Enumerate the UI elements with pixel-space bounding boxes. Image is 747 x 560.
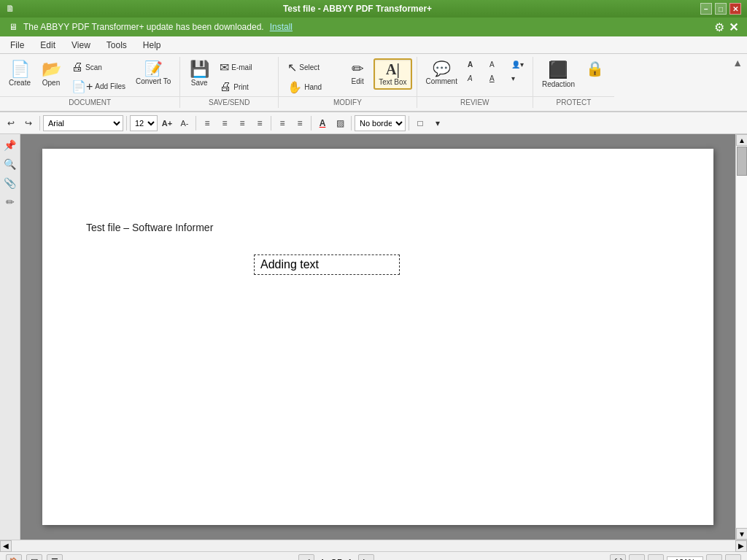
scan-addfiles-group: 🖨 Scan 📄+ Add Files bbox=[67, 58, 130, 96]
list-ordered-button[interactable]: ≡ bbox=[292, 115, 308, 131]
edit-side-button[interactable]: ✏ bbox=[2, 194, 18, 210]
monitor-icon: 🖥 bbox=[9, 22, 18, 32]
prev-page-button[interactable]: ◀ bbox=[298, 554, 314, 561]
border-select[interactable]: No border bbox=[355, 115, 406, 131]
save-icon: 💾 bbox=[190, 61, 209, 77]
menu-help[interactable]: Help bbox=[136, 39, 169, 52]
select-icon: ↖ bbox=[287, 61, 297, 74]
redaction-icon: ⬛ bbox=[549, 61, 567, 79]
comment-button[interactable]: 💬 Comment bbox=[422, 58, 462, 88]
email-button[interactable]: ✉ E-mail bbox=[215, 58, 274, 77]
divider5 bbox=[311, 116, 311, 131]
redo-button[interactable]: ↪ bbox=[20, 115, 36, 131]
ribbon-collapse-button[interactable]: ▲ bbox=[732, 57, 743, 69]
scan-icon: 🖨 bbox=[71, 61, 83, 74]
horizontal-scrollbar[interactable]: ◀ ▶ bbox=[0, 540, 747, 551]
add-files-icon: 📄+ bbox=[71, 79, 93, 93]
review-font-a2-button[interactable]: A bbox=[485, 58, 506, 71]
ribbon-group-document: 📄 Create 📂 Open 🖨 Scan 📄+ Add Files 📝 bbox=[0, 57, 180, 108]
fit-height-button[interactable]: ↕ bbox=[648, 554, 664, 561]
review-group-label: REVIEW bbox=[417, 96, 533, 106]
divider4 bbox=[271, 116, 271, 131]
menu-file[interactable]: File bbox=[3, 39, 31, 52]
border-dropdown-button[interactable]: ▾ bbox=[430, 115, 446, 131]
search-button[interactable]: 🔍 bbox=[2, 156, 18, 172]
hand-button[interactable]: ✋ Hand bbox=[283, 78, 341, 96]
divider1 bbox=[39, 116, 40, 131]
menu-tools[interactable]: Tools bbox=[99, 39, 134, 52]
text-box-input[interactable]: Adding text bbox=[254, 254, 400, 275]
scroll-up-arrow[interactable]: ▲ bbox=[736, 134, 747, 146]
review-font-a3-button[interactable]: A bbox=[463, 72, 484, 85]
text-box-icon: A| bbox=[386, 62, 400, 77]
align-right-button[interactable]: ≡ bbox=[234, 115, 250, 131]
fit-width-button[interactable]: ↔ bbox=[629, 554, 645, 561]
review-font-a4-button[interactable]: A bbox=[485, 72, 506, 85]
document-area[interactable]: Test file – Software Informer Adding tex… bbox=[20, 134, 735, 540]
font-family-select[interactable]: Arial bbox=[43, 115, 123, 131]
text-box-button[interactable]: A| Text Box bbox=[374, 58, 411, 90]
menu-view[interactable]: View bbox=[64, 39, 98, 52]
scroll-down-arrow[interactable]: ▼ bbox=[736, 528, 747, 540]
scan-button[interactable]: 🖨 Scan bbox=[67, 58, 130, 76]
update-controls: ⚙ ✕ bbox=[714, 20, 738, 34]
window-controls: − □ ✕ bbox=[700, 3, 741, 15]
status-list-button[interactable]: ☰ bbox=[47, 554, 63, 561]
highlight-button[interactable]: ▨ bbox=[332, 115, 348, 131]
close-button[interactable]: ✕ bbox=[729, 3, 741, 15]
zoom-out-button[interactable]: − bbox=[706, 554, 722, 561]
save-button[interactable]: 💾 Save bbox=[185, 58, 214, 90]
scroll-left-arrow[interactable]: ◀ bbox=[0, 540, 12, 552]
convert-to-button[interactable]: 📝 Convert To bbox=[131, 58, 175, 88]
minimize-button[interactable]: − bbox=[700, 3, 712, 15]
bookmark-button[interactable]: 📌 bbox=[2, 137, 18, 153]
lock-button[interactable]: 🔒 bbox=[581, 58, 610, 80]
align-center-button[interactable]: ≡ bbox=[217, 115, 233, 131]
select-button[interactable]: ↖ Select bbox=[283, 58, 341, 77]
settings-icon[interactable]: ⚙ bbox=[714, 20, 724, 34]
undo-button[interactable]: ↩ bbox=[3, 115, 19, 131]
attachment-button[interactable]: 📎 bbox=[2, 175, 18, 191]
align-left-button[interactable]: ≡ bbox=[199, 115, 215, 131]
document-page: Test file – Software Informer Adding tex… bbox=[42, 149, 713, 525]
update-message: The ABBYY PDF Transformer+ update has be… bbox=[23, 22, 264, 32]
total-pages: 1 bbox=[345, 558, 355, 561]
window-title: Test file - ABBYY PDF Transformer+ bbox=[15, 4, 700, 14]
zoom-in-button[interactable]: + bbox=[725, 554, 741, 561]
fit-page-button[interactable]: ⛶ bbox=[610, 554, 626, 561]
status-grid-button[interactable]: ▤ bbox=[26, 554, 42, 561]
open-icon: 📂 bbox=[42, 61, 61, 77]
document-text: Test file – Software Informer bbox=[86, 222, 670, 233]
align-justify-button[interactable]: ≡ bbox=[252, 115, 268, 131]
scroll-right-arrow[interactable]: ▶ bbox=[735, 540, 747, 552]
review-font-a1-button[interactable]: A bbox=[463, 58, 484, 71]
edit-button[interactable]: ✏ Edit bbox=[343, 58, 372, 88]
vertical-scrollbar[interactable]: ▲ ▼ bbox=[735, 134, 747, 540]
current-page: 1 bbox=[317, 558, 328, 561]
redaction-button[interactable]: ⬛ Redaction bbox=[538, 58, 579, 91]
next-page-button[interactable]: ▶ bbox=[358, 554, 374, 561]
font-color-button[interactable]: A bbox=[314, 115, 330, 131]
status-home-button[interactable]: 🏠 bbox=[6, 554, 22, 561]
scroll-track[interactable] bbox=[736, 146, 747, 528]
restore-button[interactable]: □ bbox=[715, 3, 727, 15]
font-size-select[interactable]: 12 bbox=[130, 115, 158, 131]
font-size-decrease-button[interactable]: A- bbox=[177, 115, 193, 131]
list-unordered-button[interactable]: ≡ bbox=[274, 115, 290, 131]
print-button[interactable]: 🖨 Print bbox=[215, 78, 274, 96]
create-button[interactable]: 📄 Create bbox=[4, 58, 35, 90]
menu-edit[interactable]: Edit bbox=[33, 39, 63, 52]
ribbon-group-review: 💬 Comment A A 👤▾ A A ▾ REVIEW bbox=[417, 57, 533, 108]
border-style-button[interactable]: □ bbox=[412, 115, 428, 131]
add-files-button[interactable]: 📄+ Add Files bbox=[67, 77, 130, 96]
comment-icon: 💬 bbox=[433, 61, 451, 76]
scroll-thumb[interactable] bbox=[737, 147, 747, 176]
font-size-increase-button[interactable]: A+ bbox=[159, 115, 175, 131]
status-left: 🏠 ▤ ☰ bbox=[6, 554, 63, 561]
update-message-area: 🖥 The ABBYY PDF Transformer+ update has … bbox=[9, 22, 293, 32]
open-button[interactable]: 📂 Open bbox=[36, 58, 66, 90]
review-user-button[interactable]: 👤▾ bbox=[507, 58, 528, 71]
update-close-icon[interactable]: ✕ bbox=[729, 20, 738, 34]
install-link[interactable]: Install bbox=[270, 22, 293, 32]
review-list-button[interactable]: ▾ bbox=[507, 72, 527, 85]
